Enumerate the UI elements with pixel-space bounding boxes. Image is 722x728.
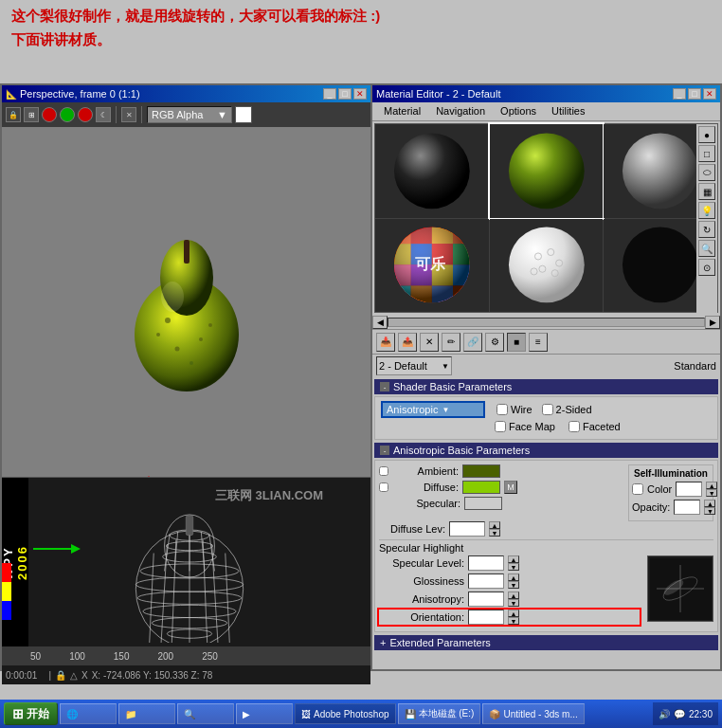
me-tb-options[interactable]: ⚙ [485, 333, 504, 352]
taskbar-btn-local-disk[interactable]: 💾 本地磁盘 (E:) [398, 703, 481, 724]
menu-utilities[interactable]: Utilities [544, 104, 592, 118]
scroll-track[interactable] [388, 318, 705, 327]
diffuse-lev-up[interactable]: ▲ [489, 521, 500, 529]
start-button[interactable]: ⊞ 开始 [4, 702, 58, 725]
orientation-down[interactable]: ▼ [508, 617, 519, 625]
main-content: 📐 Perspective, frame 0 (1:1) _ □ ✕ 🔒 ⊞ ☾… [0, 83, 722, 671]
glossiness-value[interactable]: 28 [468, 573, 504, 589]
anisotropy-value[interactable]: 50 [468, 592, 504, 607]
lock-icon[interactable]: 🔒 [6, 107, 21, 122]
ambient-color-box[interactable] [462, 464, 500, 478]
sphere-slot-1[interactable] [375, 124, 489, 218]
opacity-value[interactable]: 100 [674, 500, 700, 515]
me-tb-put-material[interactable]: 📤 [398, 333, 417, 352]
me-tb-link[interactable]: 🔗 [463, 333, 482, 352]
anisotropy-down[interactable]: ▼ [508, 599, 519, 607]
ambient-lock-checkbox[interactable] [379, 466, 388, 476]
faceted-checkbox[interactable] [569, 421, 580, 432]
moon-icon[interactable]: ☾ [96, 107, 111, 122]
faceted-check: Faceted [569, 421, 621, 432]
taskbar-btn-ie[interactable]: 🌐 [60, 703, 117, 724]
me-close-btn[interactable]: ✕ [703, 88, 716, 100]
diffuse-lev-down[interactable]: ▼ [489, 529, 500, 537]
opacity-up[interactable]: ▲ [704, 500, 715, 507]
shader-row: Anisotropic ▼ Wire 2-Sided [381, 401, 712, 418]
color-red-btn1[interactable] [42, 107, 57, 122]
color-preview-box[interactable] [235, 106, 252, 123]
viewport-title-buttons: _ □ ✕ [323, 88, 367, 100]
menu-navigation[interactable]: Navigation [428, 104, 493, 118]
viewport-close-btn[interactable]: ✕ [353, 88, 367, 100]
me-icon-box[interactable]: □ [698, 145, 715, 162]
color-red-btn2[interactable] [78, 107, 93, 122]
nav-marker-50: 50 [30, 651, 41, 662]
taskbar-btn-folder[interactable]: 📁 [118, 703, 175, 724]
me-icon-cyl[interactable]: ⬭ [698, 164, 715, 181]
anisotropy-up[interactable]: ▲ [508, 592, 519, 599]
taskbar-btn-3dsmax[interactable]: 📦 Untitled - 3ds m... [482, 703, 584, 724]
me-icon-sphere[interactable]: ● [698, 126, 715, 143]
me-tb-get-material[interactable]: 📥 [376, 333, 395, 352]
si-color-value[interactable]: 0 [676, 482, 702, 497]
diffuse-m-btn[interactable]: M [504, 481, 517, 494]
orientation-up[interactable]: ▲ [508, 610, 519, 617]
taskbar-btn-search[interactable]: 🔍 [177, 703, 234, 724]
scroll-right-btn[interactable]: ▶ [705, 316, 720, 329]
spec-level-down[interactable]: ▼ [508, 563, 519, 571]
me-right-icons: ● □ ⬭ ▦ 💡 ↻ 🔍 ⊙ [696, 124, 717, 314]
diffuse-lev-value[interactable]: 100 [449, 521, 485, 537]
me-tb-layer[interactable]: ≡ [529, 333, 548, 352]
collapse-shader-btn[interactable]: - [380, 382, 389, 391]
menu-options[interactable]: Options [493, 104, 544, 118]
taskbar-btn-photoshop[interactable]: 🖼 Adobe Photoshop [295, 703, 396, 724]
sphere-slot-4[interactable]: 可乐 [375, 219, 489, 313]
diffuse-lock-checkbox[interactable] [379, 482, 388, 492]
sphere-slot-2[interactable] [490, 124, 604, 218]
opacity-down[interactable]: ▼ [704, 507, 715, 515]
me-icon-light[interactable]: 💡 [698, 202, 715, 219]
viewport-maximize-btn[interactable]: □ [338, 88, 352, 100]
shader-name-dropdown[interactable]: 2 - Default ▼ [376, 356, 452, 375]
display-icon[interactable]: ⊞ [24, 107, 39, 122]
si-color-up[interactable]: ▲ [706, 482, 717, 489]
me-tb-delete[interactable]: ✕ [420, 333, 439, 352]
collapse-aniso-btn[interactable]: - [380, 446, 389, 455]
sphere-slot-5[interactable] [490, 219, 604, 313]
wire-checkbox[interactable] [496, 404, 508, 415]
extended-params-header[interactable]: + Extended Parameters [374, 635, 718, 650]
me-params[interactable]: - Shader Basic Parameters Anisotropic ▼ … [372, 377, 720, 669]
spec-level-value[interactable]: 28 [468, 555, 504, 571]
taskbar-btn-media[interactable]: ▶ [236, 703, 293, 724]
rgb-alpha-dropdown[interactable]: RGB Alpha ▼ [147, 106, 232, 123]
me-tb-active[interactable]: ■ [507, 333, 526, 352]
me-icon-reset[interactable]: ⊙ [698, 259, 715, 276]
viewport-minimize-btn[interactable]: _ [323, 88, 336, 100]
glossiness-down[interactable]: ▼ [508, 581, 519, 589]
color-green-btn[interactable] [60, 107, 75, 122]
me-tb-edit[interactable]: ✏ [442, 333, 460, 352]
two-sided-checkbox[interactable] [542, 404, 553, 415]
x-btn[interactable]: ✕ [121, 107, 136, 122]
menu-material[interactable]: Material [376, 104, 428, 118]
scroll-left-btn[interactable]: ◀ [372, 316, 388, 329]
spec-level-up[interactable]: ▲ [508, 555, 519, 563]
anisotropic-dropdown[interactable]: Anisotropic ▼ [381, 401, 485, 418]
glossiness-up[interactable]: ▲ [508, 573, 519, 581]
specular-color-box[interactable] [464, 497, 502, 510]
shader-basic-header[interactable]: - Shader Basic Parameters [374, 379, 718, 394]
si-color-down[interactable]: ▼ [706, 489, 717, 497]
diffuse-color-box[interactable] [462, 481, 500, 494]
viewport-toolbar: 🔒 ⊞ ☾ ✕ RGB Alpha ▼ [2, 102, 370, 127]
collapse-extended-btn[interactable]: + [380, 637, 386, 648]
me-maximize-btn[interactable]: □ [688, 88, 701, 100]
si-color-checkbox[interactable] [632, 483, 643, 495]
me-icon-zoom[interactable]: 🔍 [698, 240, 715, 257]
face-map-checkbox[interactable] [495, 421, 506, 432]
orientation-value[interactable]: 0 [468, 610, 504, 625]
me-icon-bg[interactable]: ▦ [698, 183, 715, 200]
me-icon-rotate[interactable]: ↻ [698, 221, 715, 238]
aniso-basic-header[interactable]: - Anisotropic Basic Parameters [374, 443, 718, 458]
me-minimize-btn[interactable]: _ [673, 88, 686, 100]
pear-render [116, 188, 258, 396]
svg-point-61 [509, 228, 585, 303]
